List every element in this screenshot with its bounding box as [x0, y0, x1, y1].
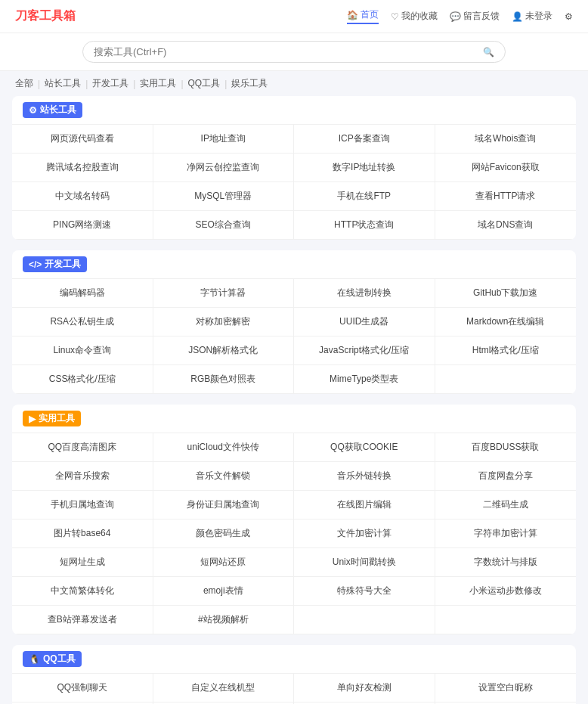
tool-item[interactable]: MySQL管理器 — [153, 182, 295, 211]
webmaster-badge: ⚙ 站长工具 — [23, 102, 82, 118]
tool-item[interactable]: 手机归属地查询 — [12, 491, 153, 519]
tool-item[interactable]: 字节计算器 — [153, 279, 295, 308]
tool-item[interactable]: QQ获取COOKIE — [294, 433, 435, 462]
site-logo[interactable]: 刀客工具箱 — [15, 8, 76, 24]
tool-item[interactable]: 短网址生成 — [12, 548, 153, 577]
nav-login[interactable]: 👤 未登录 — [512, 10, 552, 23]
tool-item[interactable]: IP地址查询 — [153, 125, 295, 154]
nav-feedback[interactable]: 💬 留言反馈 — [450, 10, 500, 23]
tool-item[interactable]: RGB颜色对照表 — [153, 365, 295, 394]
tool-item[interactable]: 域名DNS查询 — [435, 211, 577, 240]
section-practical-header: ▶ 实用工具 — [12, 405, 576, 433]
tool-item[interactable]: QQ强制聊天 — [12, 674, 153, 702]
tool-item[interactable]: 手机在线FTP — [294, 182, 435, 211]
breadcrumb: 全部 | 站长工具 | 开发工具 | 实用工具 | QQ工具 | 娱乐工具 — [0, 71, 588, 96]
section-practical: ▶ 实用工具 QQ百度高清图床uniCloud文件快传QQ获取COOKIE百度B… — [12, 405, 576, 634]
tool-item[interactable]: 颜色密码生成 — [153, 519, 295, 548]
tool-item[interactable]: CSS格式化/压缩 — [12, 365, 153, 394]
tool-item[interactable]: Html格式化/压缩 — [435, 336, 577, 365]
tool-item[interactable]: SEO综合查询 — [153, 211, 295, 240]
nav-home[interactable]: 🏠 首页 — [347, 8, 379, 24]
nav-settings[interactable]: ⚙ — [565, 11, 573, 22]
section-webmaster: ⚙ 站长工具 网页源代码查看IP地址查询ICP备案查询域名Whois查询腾讯域名… — [12, 96, 576, 240]
tool-item[interactable]: JSON解析格式化 — [153, 336, 295, 365]
tool-item[interactable]: GitHub下载加速 — [435, 279, 577, 308]
tool-item[interactable]: 对称加密解密 — [153, 308, 295, 336]
tool-item[interactable]: 自定义在线机型 — [153, 674, 295, 702]
tool-item[interactable]: 小米运动步数修改 — [435, 577, 577, 606]
tool-item[interactable]: Unix时间戳转换 — [294, 548, 435, 577]
tool-item[interactable]: 中文简繁体转化 — [12, 577, 153, 606]
tool-item[interactable]: 单向好友检测 — [294, 674, 435, 702]
header: 刀客工具箱 🏠 首页 ♡ 我的收藏 💬 留言反馈 👤 未登录 ⚙ — [0, 0, 588, 33]
tool-item[interactable]: 文件加密计算 — [294, 519, 435, 548]
qq-badge: 🐧 QQ工具 — [23, 651, 82, 667]
section-qq-header: 🐧 QQ工具 — [12, 645, 576, 673]
breadcrumb-practical[interactable]: 实用工具 — [140, 77, 176, 90]
tool-item — [435, 606, 577, 634]
tool-item[interactable]: 净网云创控监查询 — [153, 154, 295, 182]
tool-item[interactable]: 编码解码器 — [12, 279, 153, 308]
tool-item[interactable]: 查B站弹幕发送者 — [12, 606, 153, 634]
tool-item[interactable]: 百度BDUSS获取 — [435, 433, 577, 462]
tool-item[interactable]: 百度网盘分享 — [435, 462, 577, 491]
section-webmaster-header: ⚙ 站长工具 — [12, 96, 576, 124]
tool-item — [435, 365, 577, 394]
nav-favorites[interactable]: ♡ 我的收藏 — [391, 10, 438, 23]
tool-item[interactable]: 在线进制转换 — [294, 279, 435, 308]
tool-item[interactable]: 在线图片编辑 — [294, 491, 435, 519]
tool-item[interactable]: 全网音乐搜索 — [12, 462, 153, 491]
tool-item[interactable]: 音乐文件解锁 — [153, 462, 295, 491]
tool-item[interactable]: 二维码生成 — [435, 491, 577, 519]
tool-item — [294, 606, 435, 634]
tool-item[interactable]: QQ百度高清图床 — [12, 433, 153, 462]
tool-item[interactable]: 设置空白昵称 — [435, 674, 577, 702]
tool-item[interactable]: 字符串加密计算 — [435, 519, 577, 548]
tool-item[interactable]: ICP备案查询 — [294, 125, 435, 154]
tool-item[interactable]: 图片转base64 — [12, 519, 153, 548]
practical-grid: QQ百度高清图床uniCloud文件快传QQ获取COOKIE百度BDUSS获取全… — [12, 433, 576, 634]
tool-item[interactable]: HTTP状态查询 — [294, 211, 435, 240]
search-input[interactable] — [94, 46, 483, 57]
qq-icon: 🐧 — [29, 654, 40, 665]
breadcrumb-dev[interactable]: 开发工具 — [92, 77, 128, 90]
tool-item[interactable]: 网页源代码查看 — [12, 125, 153, 154]
tool-item[interactable]: 特殊符号大全 — [294, 577, 435, 606]
tool-item[interactable]: 查看HTTP请求 — [435, 182, 577, 211]
qq-grid: QQ强制聊天自定义在线机型单向好友检测设置空白昵称生成加群链接提取群成员批量删除… — [12, 673, 576, 704]
tool-item[interactable]: #站视频解析 — [153, 606, 295, 634]
tool-item[interactable]: 域名Whois查询 — [435, 125, 577, 154]
webmaster-icon: ⚙ — [29, 105, 37, 116]
tool-item[interactable]: 短网站还原 — [153, 548, 295, 577]
tool-item[interactable]: 数字IP地址转换 — [294, 154, 435, 182]
heart-icon: ♡ — [391, 11, 399, 22]
search-button[interactable]: 🔍 — [483, 47, 494, 57]
tool-item[interactable]: uniCloud文件快传 — [153, 433, 295, 462]
tool-item[interactable]: MimeType类型表 — [294, 365, 435, 394]
practical-badge: ▶ 实用工具 — [23, 411, 81, 426]
tool-item[interactable]: UUID生成器 — [294, 308, 435, 336]
search-wrap: 🔍 — [82, 41, 506, 63]
tool-item[interactable]: Markdown在线编辑 — [435, 308, 577, 336]
tool-item[interactable]: RSA公私钥生成 — [12, 308, 153, 336]
tool-item[interactable]: 腾讯域名控股查询 — [12, 154, 153, 182]
sep4: | — [181, 79, 183, 89]
tool-item[interactable]: Linux命令查询 — [12, 336, 153, 365]
practical-icon: ▶ — [29, 414, 36, 424]
user-icon: 👤 — [512, 11, 523, 22]
breadcrumb-qq[interactable]: QQ工具 — [188, 77, 221, 90]
breadcrumb-all[interactable]: 全部 — [15, 77, 33, 90]
sep3: | — [133, 79, 135, 89]
breadcrumb-webmaster[interactable]: 站长工具 — [45, 77, 81, 90]
tool-item[interactable]: 网站Favicon获取 — [435, 154, 577, 182]
tool-item[interactable]: 中文域名转码 — [12, 182, 153, 211]
tool-item[interactable]: JavaScript格式化/压缩 — [294, 336, 435, 365]
section-dev: </> 开发工具 编码解码器字节计算器在线进制转换GitHub下载加速RSA公私… — [12, 250, 576, 394]
tool-item[interactable]: 字数统计与排版 — [435, 548, 577, 577]
tool-item[interactable]: emoji表情 — [153, 577, 295, 606]
message-icon: 💬 — [450, 11, 461, 22]
tool-item[interactable]: PING网络测速 — [12, 211, 153, 240]
breadcrumb-music[interactable]: 娱乐工具 — [231, 77, 268, 90]
tool-item[interactable]: 音乐外链转换 — [294, 462, 435, 491]
tool-item[interactable]: 身份证归属地查询 — [153, 491, 295, 519]
